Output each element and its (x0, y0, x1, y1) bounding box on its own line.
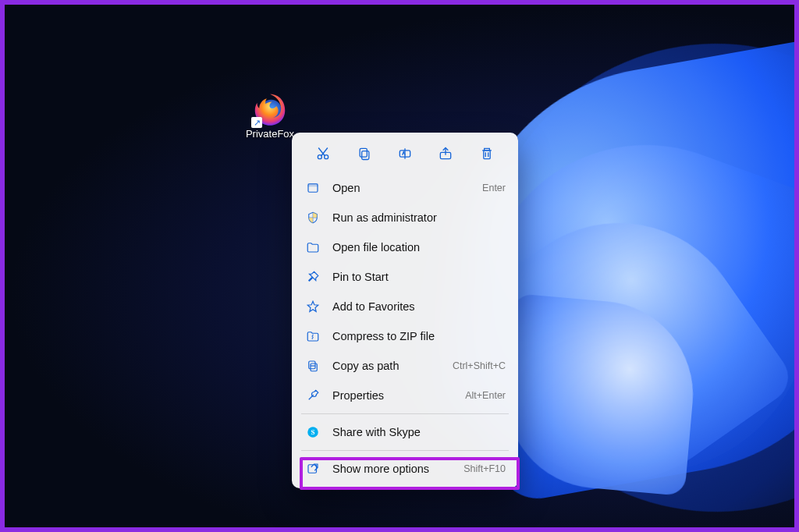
menu-item-label: Show more options (332, 463, 463, 475)
desktop-wallpaper[interactable]: ↗ PrivateFox (0, 0, 799, 532)
svg-rect-10 (311, 364, 317, 371)
svg-rect-9 (308, 184, 318, 186)
menu-item-accelerator: Alt+Enter (465, 390, 506, 401)
svg-rect-3 (361, 151, 368, 160)
svg-point-2 (325, 155, 328, 159)
menu-item-label: Copy as path (332, 360, 453, 372)
menu-item-label: Properties (332, 389, 465, 402)
menu-item-label: Pin to Start (332, 271, 506, 283)
menu-item-open-file-location[interactable]: Open file location (297, 232, 513, 262)
more-options-icon (304, 460, 321, 477)
folder-icon (304, 239, 321, 256)
menu-separator (301, 450, 509, 451)
delete-icon[interactable] (473, 140, 501, 167)
svg-rect-7 (484, 151, 490, 159)
context-menu: OpenEnterRun as administratorOpen file l… (292, 133, 518, 488)
menu-item-label: Share with Skype (332, 426, 506, 438)
firefox-icon: ↗ (253, 92, 287, 126)
svg-rect-4 (360, 148, 367, 157)
share-icon[interactable] (431, 140, 460, 167)
menu-item-open[interactable]: OpenEnter (297, 173, 513, 203)
skype-icon: S (304, 424, 321, 441)
menu-item-share-with-skype[interactable]: SShare with Skype (297, 417, 513, 447)
desktop-shortcut-privatefox[interactable]: ↗ PrivateFox (239, 92, 301, 140)
menu-item-add-to-favorites[interactable]: Add to Favorites (297, 292, 513, 321)
menu-item-accelerator: Enter (482, 183, 506, 193)
menu-item-show-more-options[interactable]: Show more optionsShift+F10 (297, 454, 513, 484)
svg-text:S: S (311, 428, 314, 436)
cut-icon[interactable] (309, 140, 337, 167)
shield-admin-icon (304, 209, 321, 226)
pin-icon (304, 268, 321, 286)
svg-point-1 (318, 155, 322, 159)
menu-item-label: Open file location (332, 241, 506, 254)
menu-item-copy-as-path[interactable]: Copy as pathCtrl+Shift+C (297, 351, 513, 381)
menu-item-compress-to-zip-file[interactable]: Compress to ZIP file (297, 321, 513, 351)
menu-item-label: Add to Favorites (332, 300, 506, 313)
menu-item-label: Open (332, 182, 482, 194)
svg-rect-11 (309, 361, 315, 369)
menu-item-run-as-administrator[interactable]: Run as administrator (297, 203, 513, 232)
menu-item-label: Compress to ZIP file (332, 330, 506, 342)
menu-item-pin-to-start[interactable]: Pin to Start (297, 262, 513, 292)
zip-icon (304, 328, 321, 345)
shortcut-arrow-icon: ↗ (251, 117, 262, 128)
menu-item-accelerator: Ctrl+Shift+C (453, 360, 506, 371)
open-app-icon (304, 179, 321, 197)
star-icon (304, 298, 321, 315)
copy-icon[interactable] (350, 140, 378, 167)
menu-item-accelerator: Shift+F10 (463, 463, 506, 474)
context-menu-action-row (297, 137, 513, 173)
menu-item-label: Run as administrator (332, 211, 506, 224)
menu-item-properties[interactable]: PropertiesAlt+Enter (297, 381, 513, 410)
wrench-icon (304, 387, 321, 404)
copy-path-icon (304, 357, 321, 374)
menu-separator (301, 413, 509, 414)
rename-icon[interactable] (391, 140, 419, 167)
